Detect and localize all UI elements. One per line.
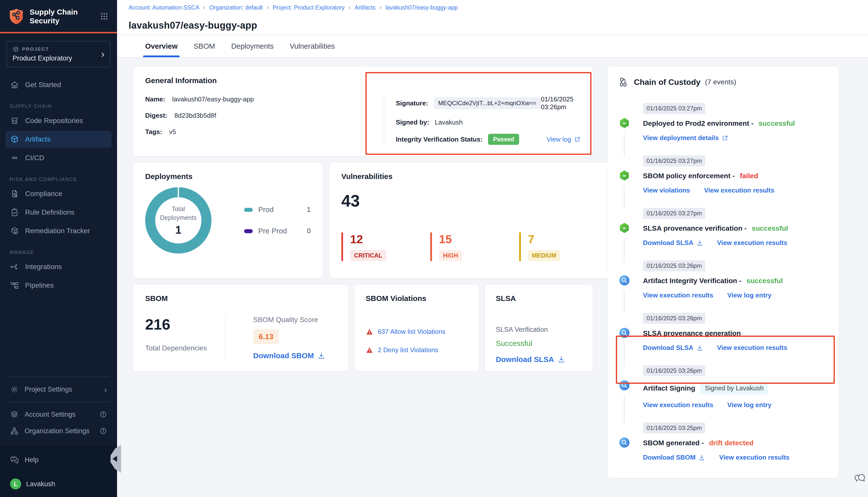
view-log-link[interactable]: View log xyxy=(547,136,581,143)
event-title: SLSA provenance verification - xyxy=(643,224,747,232)
sbom-violations-title: SBOM Violations xyxy=(366,294,468,303)
event-link-label: View execution results xyxy=(717,239,787,247)
deployments-title: Deployments xyxy=(145,172,311,181)
event-link-view-execution-results[interactable]: View execution results xyxy=(719,454,789,462)
content: General Information Name:lavakush07/easy… xyxy=(117,58,868,497)
download-icon xyxy=(697,240,703,246)
pipelines-icon xyxy=(10,281,19,290)
sbom-quality-label: SBOM Quality Score xyxy=(253,316,325,324)
breadcrumb-item-1[interactable]: Account: Automation-SSCA xyxy=(129,4,199,11)
slsa-card: SLSA SLSA Verification Successful Downlo… xyxy=(485,285,593,371)
breadcrumb-item-2[interactable]: Organization: default xyxy=(209,4,263,11)
sidebar-item-label: Integrations xyxy=(25,263,62,271)
project-selector[interactable]: PROJECT Product Exploratory › xyxy=(6,41,111,67)
sidebar-item-ci-cd[interactable]: CI/CD xyxy=(5,150,112,167)
event-link-label: View execution results xyxy=(704,186,774,194)
event-timestamp: 01/16/2025 03:26pm xyxy=(643,313,705,324)
tab-sbom[interactable]: SBOM xyxy=(194,35,215,57)
signature-label: Signature: xyxy=(396,99,428,107)
info-icon xyxy=(99,427,107,435)
breadcrumb-item-3[interactable]: Project: Product Exploratory xyxy=(273,4,345,11)
sbom-violations-card: SBOM Violations 637 Allow list Violation… xyxy=(355,285,479,371)
event-link-view-deployment-details[interactable]: View deployment details xyxy=(643,134,728,142)
user-menu[interactable]: L Lavakush xyxy=(10,479,107,489)
event-link-view-execution-results[interactable]: View execution results xyxy=(717,344,787,352)
signature-value: MEQCICde2VjIT...bL+2+mqnOXw== xyxy=(434,97,541,109)
tab-overview[interactable]: Overview xyxy=(145,35,178,57)
app-root: Supply Chain Security PROJECT xyxy=(0,0,868,497)
breadcrumb-item-5[interactable]: lavakush07/easy-buggy-app xyxy=(386,4,458,11)
download-icon xyxy=(558,356,565,363)
svg-text:∞: ∞ xyxy=(622,120,626,126)
event-link-view-execution-results[interactable]: View execution results xyxy=(717,239,787,247)
event-link-download-sbom[interactable]: Download SBOM xyxy=(643,454,705,462)
tab-bar: OverviewSBOMDeploymentsVulnerabilities xyxy=(117,35,868,58)
divider xyxy=(8,377,110,377)
breadcrumb-item-4[interactable]: Artifacts xyxy=(355,4,376,11)
sidebar-item-code-repositories[interactable]: Code Repositories xyxy=(5,112,112,129)
severity-count: 12 xyxy=(350,232,430,246)
event-link-view-log-entry[interactable]: View log entry xyxy=(727,401,772,409)
help-button[interactable]: ? Help xyxy=(10,455,107,464)
nav-section-label: RISK AND COMPLIANCE xyxy=(10,176,112,182)
project-name: Product Exploratory xyxy=(13,55,101,62)
sidebar-item-artifacts[interactable]: Artifacts xyxy=(5,131,112,148)
event-title-row: SBOM policy enforcement - failed xyxy=(643,172,828,180)
event-link-view-execution-results[interactable]: View execution results xyxy=(643,292,713,299)
legend-swatch xyxy=(244,229,253,233)
divider xyxy=(225,316,226,360)
event-timestamp: 01/16/2025 03:27pm xyxy=(643,208,705,219)
sidebar-item-remediation-tracker[interactable]: Remediation Tracker xyxy=(5,223,112,240)
page-title: lavakush07/easy-buggy-app xyxy=(129,20,257,31)
app-switcher-grid-icon[interactable] xyxy=(100,12,109,20)
avatar: L xyxy=(10,479,21,489)
event-link-view-execution-results[interactable]: View execution results xyxy=(704,186,774,194)
violation-link-637-allow-list-violations[interactable]: 637 Allow list Violations xyxy=(366,328,468,336)
event-link-view-log-entry[interactable]: View log entry xyxy=(727,292,772,299)
sidebar-item-get-started[interactable]: Get Started xyxy=(5,76,112,94)
project-box-icon xyxy=(13,46,19,53)
footer-item-label: Organization Settings xyxy=(25,427,89,435)
severity-badge: MEDIUM xyxy=(528,250,560,261)
event-status: failed xyxy=(740,172,758,180)
sidebar-item-integrations[interactable]: Integrations xyxy=(5,258,112,275)
cicd-icon xyxy=(10,153,19,162)
sidebar-item-organization-settings[interactable]: Organization Settings xyxy=(0,423,117,439)
severity-medium: 7MEDIUM xyxy=(519,232,608,261)
sidebar-item-label: Pipelines xyxy=(25,281,54,289)
sidebar-item-project-settings[interactable]: Project Settings› xyxy=(0,381,117,398)
scan-circle-icon xyxy=(619,380,630,391)
severity-count: 7 xyxy=(528,232,608,246)
code-repo-icon xyxy=(10,116,19,125)
general-information-card: General Information Name:lavakush07/easy… xyxy=(133,67,593,156)
tab-deployments[interactable]: Deployments xyxy=(231,35,274,57)
event-link-download-slsa[interactable]: Download SLSA xyxy=(643,239,703,247)
app-logo-shield-icon xyxy=(9,8,24,25)
tab-vulnerabilities[interactable]: Vulnerabilities xyxy=(290,35,335,57)
signed-by-chip: Signed by Lavakush xyxy=(700,382,768,395)
event-title-row: Deployed to Prod2 environment - successf… xyxy=(643,119,828,128)
event-link-view-execution-results[interactable]: View execution results xyxy=(643,401,713,409)
svg-text:∞: ∞ xyxy=(622,225,626,231)
project-label: PROJECT xyxy=(22,46,49,52)
event-link-download-slsa[interactable]: Download SLSA xyxy=(643,344,703,352)
scan-circle-icon xyxy=(619,327,630,338)
sidebar-item-account-settings[interactable]: Account Settings xyxy=(0,406,117,423)
event-status: successful xyxy=(746,277,783,285)
download-slsa-link[interactable]: Download SLSA xyxy=(496,355,582,364)
event-links: Download SLSAView execution results xyxy=(643,239,828,247)
chain-event-slsa-provenance-verification: ∞01/16/2025 03:27pmSLSA provenance verif… xyxy=(619,208,828,260)
sidebar-item-compliance[interactable]: Compliance xyxy=(5,185,112,202)
sidebar-item-rule-definitions[interactable]: Rule Definitions xyxy=(5,204,112,221)
event-link-view-violations[interactable]: View violations xyxy=(643,186,690,194)
sidebar-item-pipelines[interactable]: Pipelines xyxy=(5,277,112,294)
warning-icon xyxy=(366,346,373,354)
legend-item-pre-prod: Pre Prod0 xyxy=(244,227,311,235)
event-link-label: Download SBOM xyxy=(643,454,696,462)
violation-link-2-deny-list-violations[interactable]: 2 Deny list Violations xyxy=(366,346,468,354)
event-links: Download SLSAView execution results xyxy=(643,344,828,352)
download-sbom-link[interactable]: Download SBOM xyxy=(253,351,325,360)
event-timestamp: 01/16/2025 03:26pm xyxy=(643,260,705,271)
event-status: drift detected xyxy=(709,439,754,447)
chat-widget-icon[interactable] xyxy=(854,472,867,484)
